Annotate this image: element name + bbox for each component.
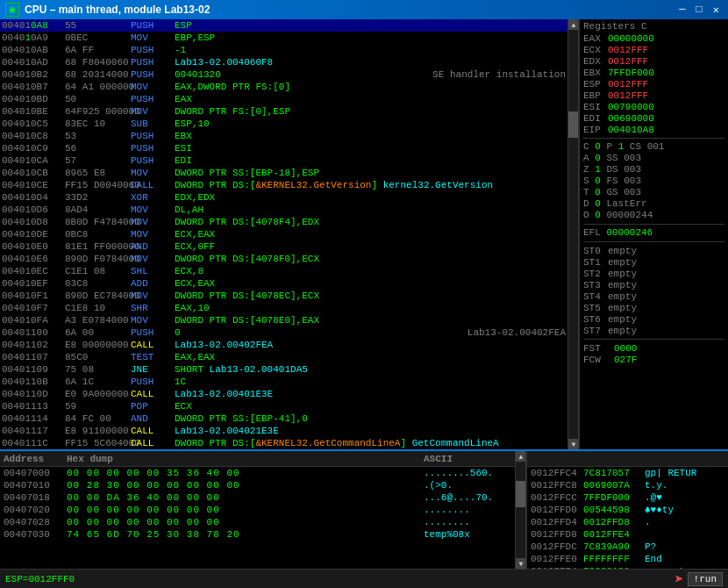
table-row[interactable]: 00401114 84 FC 00 AND DWORD PTR SS:[EBP-…	[0, 412, 567, 425]
ffl-row: EFL 00000246	[583, 227, 724, 239]
table-row[interactable]: 004010D6 8AD4 MOV DL,AH	[0, 204, 567, 216]
cpu-icon: ▣	[5, 3, 19, 17]
esp-status: ESP=0012FFF0	[5, 574, 75, 584]
hexdump-pane[interactable]: Address Hex dump ASCII 00407000 00 00 00…	[0, 451, 526, 569]
hd-scroll-thumb[interactable]	[516, 481, 525, 507]
flags-row-s: S 0 FS 003	[583, 176, 724, 187]
table-row[interactable]: 00401117 E8 91100000 CALL Lab13-02.00402…	[0, 425, 567, 437]
stack-row: 0012FFD8 0012FFE4	[527, 528, 728, 541]
table-row[interactable]: 004010AB 6A FF PUSH -1	[0, 44, 567, 56]
table-row[interactable]: 004010C9 56 PUSH ESI	[0, 142, 567, 154]
st5-row: ST5 empty	[583, 302, 724, 313]
table-row[interactable]: 004010FA A3 E0784000 MOV DWORD PTR DS:[4…	[0, 314, 567, 326]
window-title: CPU – main thread, module Lab13-02	[25, 4, 670, 16]
flags-row-t: T 0 GS 003	[583, 187, 724, 198]
flags-row-cp: C 0 P 1 CS 001	[583, 141, 724, 153]
stack-row: 0012FFD0 00544598 ♣♥♦ty	[527, 504, 728, 516]
scroll-track[interactable]	[568, 30, 578, 439]
reg-ecx: ECX 0012FFF	[583, 44, 724, 55]
stack-row: 0012FFC8 0069007A t.y.	[527, 479, 728, 491]
disasm-content: 004010A8 55 PUSH ESP 004010A9 0BEC MOV E…	[0, 19, 567, 449]
table-row[interactable]: 0040110B 6A 1C PUSH 1C	[0, 376, 567, 388]
table-row[interactable]: 004010BE 64F925 000000 MOV DWORD PTR FS:…	[0, 105, 567, 118]
table-row[interactable]: 004010AD 68 F8040060 PUSH Lab13-02.00406…	[0, 56, 567, 68]
stack-header	[527, 451, 728, 467]
reg-eax: EAX 00000000	[583, 32, 724, 44]
stack-row: 0012FFC4 7C817057 gp| RETUR	[527, 467, 728, 479]
minimize-button[interactable]: ─	[675, 4, 689, 17]
reg-eip: EIP 004010A8	[583, 124, 724, 135]
st0-row: ST0 empty	[583, 245, 724, 256]
table-row[interactable]: 004010A8 55 PUSH ESP	[0, 19, 567, 32]
st3-row: ST3 empty	[583, 279, 724, 290]
reg-edx: EDX 0012FFF	[583, 55, 724, 67]
table-row[interactable]: 004010E6 890D F0784000 MOV DWORD PTR DS:…	[0, 253, 567, 265]
hd-scroll-track[interactable]	[516, 462, 525, 558]
table-row[interactable]: 004010EF 03C8 ADD ECX,EAX	[0, 277, 567, 290]
st7-row: ST7 empty	[583, 325, 724, 336]
flags-row-z: Z 1 DS 003	[583, 164, 724, 176]
reg-ebx: EBX 7FFDF000	[583, 67, 724, 78]
table-row[interactable]: 004010CB 8965 E8 MOV DWORD PTR SS:[EBP-1…	[0, 167, 567, 179]
hd-scroll-up[interactable]: ▲	[516, 451, 526, 462]
registers-header: Registers C	[583, 21, 724, 32]
table-row[interactable]: 004010E0 81E1 FF000000 AND ECX,0FF	[0, 240, 567, 253]
maximize-button[interactable]: □	[693, 4, 706, 17]
stack-row: 0012FFE0 FFFFFFFF End	[527, 553, 728, 565]
hd-scroll-down[interactable]: ▼	[516, 558, 526, 569]
reg-ebp: EBP 0012FFF	[583, 90, 724, 101]
scroll-up-button[interactable]: ▲	[568, 19, 579, 30]
table-row[interactable]: 004010A9 0BEC MOV EBP,ESP	[0, 32, 567, 44]
run-button[interactable]: !run	[688, 572, 723, 586]
hexdump-row: 00407000 00 00 00 00 00 35 36 40 00 ....…	[0, 467, 515, 479]
table-row[interactable]: 00401102 E8 00000000 CALL Lab13-02.00402…	[0, 339, 567, 351]
st1-row: ST1 empty	[583, 256, 724, 268]
table-row[interactable]: 004010C5 83EC 10 SUB ESP,10	[0, 118, 567, 130]
scroll-down-button[interactable]: ▼	[568, 439, 579, 449]
flags-row-o: O 0 00000244	[583, 210, 724, 221]
scroll-thumb[interactable]	[568, 111, 578, 138]
table-row[interactable]: 004010C8 53 PUSH EBX	[0, 130, 567, 142]
disasm-pane[interactable]: 004010A8 55 PUSH ESP 004010A9 0BEC MOV E…	[0, 19, 579, 449]
main-layout: 004010A8 55 PUSH ESP 004010A9 0BEC MOV E…	[0, 19, 728, 588]
stack-row: 0012FFDC 7C839A90 P?	[527, 541, 728, 553]
st4-row: ST4 empty	[583, 290, 724, 302]
table-row[interactable]: 004010D8 8B0D F4784000 MOV DWORD PTR DS:…	[0, 216, 567, 228]
flags-row-do: D 0 LastErr	[583, 198, 724, 210]
table-row[interactable]: 00401107 85C0 TEST EAX,EAX	[0, 351, 567, 363]
title-bar: ▣ CPU – main thread, module Lab13-02 ─ □…	[0, 0, 728, 19]
reg-edi: EDI 00690000	[583, 112, 724, 124]
table-row[interactable]: 0040111C FF15 5C604000 CALL DWORD PTR DS…	[0, 437, 567, 449]
table-row[interactable]: 004010F7 C1E8 10 SHR EAX,10	[0, 302, 567, 314]
hexdump-row: 00407010 00 28 30 00 00 00 00 00 00 .(>0…	[0, 479, 515, 491]
table-row[interactable]: 00401100 6A 00 PUSH 0 Lab13-02.00402FEA	[0, 326, 567, 339]
flags-row-azs: A 0 SS 003	[583, 153, 724, 164]
table-row[interactable]: 004010CA 57 PUSH EDI	[0, 154, 567, 167]
table-row[interactable]: 004010B2 68 20314000 PUSH 00401320 SE ha…	[0, 68, 567, 81]
table-row[interactable]: 00401109 75 08 JNE SHORT Lab13-02.00401D…	[0, 363, 567, 376]
hexdump-header: Address Hex dump ASCII	[0, 451, 515, 467]
stack-row: 0012FFCC 7FFDF000 .@♥	[527, 491, 728, 504]
table-row[interactable]: 004010DE 0BC8 MOV ECX,EAX	[0, 228, 567, 240]
table-row[interactable]: 00401113 59 POP ECX	[0, 400, 567, 412]
bottom-section: Address Hex dump ASCII 00407000 00 00 00…	[0, 449, 728, 569]
table-row[interactable]: 004010B7 64 A1 000000 MOV EAX,DWORD PTR …	[0, 81, 567, 93]
table-row[interactable]: 0040110D E0 9A000000 CALL Lab13-02.00401…	[0, 388, 567, 400]
hexdump-scrollbar[interactable]: ▲ ▼	[515, 451, 525, 569]
close-button[interactable]: ✕	[710, 4, 723, 17]
table-row[interactable]: 004010EC C1E1 08 SHL ECX,8	[0, 265, 567, 277]
table-row[interactable]: 004010CE FF15 D0040060 CALL DWORD PTR DS…	[0, 179, 567, 191]
stack-pane: 0012FFC4 7C817057 gp| RETUR 0012FFC8 006…	[526, 451, 728, 569]
reg-esi: ESI 00790000	[583, 101, 724, 112]
disasm-scrollbar[interactable]: ▲ ▼	[567, 19, 578, 449]
fst-row: FST 0000	[583, 342, 724, 354]
table-row[interactable]: 004010BD 50 PUSH EAX	[0, 93, 567, 105]
fcw-row: FCW 027F	[583, 354, 724, 365]
registers-pane: Registers C EAX 00000000 ECX 0012FFF EDX…	[579, 19, 728, 449]
st2-row: ST2 empty	[583, 268, 724, 279]
arrow-indicator: ➤	[674, 570, 684, 589]
reg-esp: ESP 0012FFF	[583, 78, 724, 90]
table-row[interactable]: 004010F1 890D EC784000 MOV DWORD PTR DS:…	[0, 290, 567, 302]
hexdump-row: 00407018 00 00 DA 36 40 00 00 00 ...6@..…	[0, 491, 515, 504]
table-row[interactable]: 004010D4 33D2 XOR EDX,EDX	[0, 191, 567, 204]
